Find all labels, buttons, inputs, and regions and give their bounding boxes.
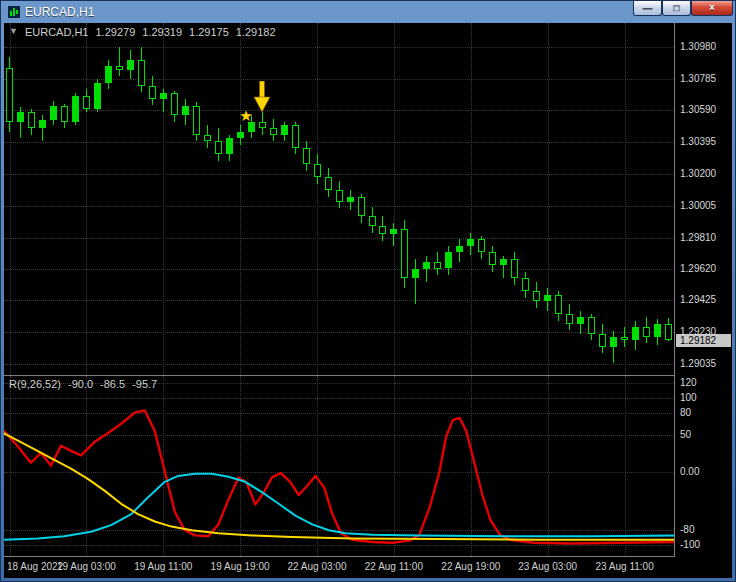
minimize-button[interactable]: — <box>633 1 662 16</box>
ohlc-close: 1.29182 <box>236 26 276 38</box>
grid-line-vertical <box>394 23 395 375</box>
grid-line-vertical <box>548 23 549 375</box>
buy-signal-arrow-icon <box>253 81 271 113</box>
indicator-value-2: -86.5 <box>100 378 125 390</box>
candle <box>127 60 134 70</box>
candle <box>401 229 408 278</box>
indicator-line-red <box>4 411 674 544</box>
candle <box>83 96 90 109</box>
candle-wick <box>119 47 120 76</box>
grid-line-vertical <box>471 23 472 375</box>
price-axis-label: 1.30005 <box>680 200 716 211</box>
candle <box>610 337 617 347</box>
candle <box>478 239 485 252</box>
time-axis-label: 18 Aug 2022 <box>7 561 63 572</box>
candle <box>171 93 178 116</box>
indicator-value-3: -95.7 <box>132 378 157 390</box>
price-axis-label: 1.29810 <box>680 232 716 243</box>
indicator-axis-label: 0.00 <box>680 466 699 477</box>
price-axis-label: 1.30785 <box>680 73 716 84</box>
grid-line-horizontal <box>4 142 674 143</box>
candle <box>281 125 288 135</box>
indicator-header: R(9,26,52) -90.0 -86.5 -95.7 <box>9 378 157 390</box>
grid-line-horizontal <box>4 269 674 270</box>
candle <box>336 190 343 201</box>
candle <box>292 125 299 148</box>
candle <box>204 135 211 142</box>
indicator-axis-label: -100 <box>680 539 700 550</box>
chart-symbol-timeframe: EURCAD,H1 <box>25 26 89 38</box>
window-titlebar[interactable]: EURCAD,H1 — □ × <box>1 1 735 22</box>
candle <box>149 86 156 99</box>
grid-line-horizontal <box>4 300 674 301</box>
candle <box>160 93 167 100</box>
time-axis-label: 19 Aug 11:00 <box>134 561 192 572</box>
candle <box>390 229 397 234</box>
candle <box>456 246 463 253</box>
candle <box>522 278 529 291</box>
indicator-axis-label: 50 <box>680 429 691 440</box>
candle <box>643 327 650 337</box>
price-axis-label: 1.30590 <box>680 104 716 115</box>
indicator-axis-label: 80 <box>680 407 691 418</box>
time-axis[interactable]: 18 Aug 202219 Aug 03:0019 Aug 11:0019 Au… <box>4 557 732 578</box>
price-axis-label: 1.29620 <box>680 263 716 274</box>
indicator-axis-label: -80 <box>680 524 694 535</box>
candle <box>358 197 365 217</box>
ohlc-open: 1.29279 <box>96 26 136 38</box>
candle <box>6 68 13 122</box>
grid-line-vertical <box>86 23 87 375</box>
grid-line-horizontal <box>4 110 674 111</box>
candle <box>72 96 79 122</box>
candle <box>303 148 310 164</box>
candle <box>533 291 540 301</box>
ohlc-low: 1.29175 <box>189 26 229 38</box>
main-price-pane[interactable]: ▼ EURCAD,H1 1.29279 1.29319 1.29175 1.29… <box>4 23 674 375</box>
indicator-axis-label: 120 <box>680 377 697 388</box>
time-axis-label: 23 Aug 11:00 <box>595 561 653 572</box>
app-icon <box>8 6 20 18</box>
grid-line-vertical <box>317 23 318 375</box>
price-axis-label: 1.30395 <box>680 136 716 147</box>
candle <box>445 252 452 268</box>
indicator-value-1: -90.0 <box>68 378 93 390</box>
candle <box>369 216 376 226</box>
candle <box>544 295 551 302</box>
mt4-chart-window: EURCAD,H1 — □ × ▼ EURCAD,H1 1.29279 1.29… <box>0 0 736 582</box>
time-axis-label: 23 Aug 03:00 <box>518 561 577 572</box>
grid-line-horizontal <box>4 174 674 175</box>
grid-line-vertical <box>163 23 164 375</box>
candle <box>259 122 266 129</box>
price-axis[interactable]: 1.29182 1.309801.307851.305901.303951.30… <box>674 23 732 557</box>
chart-menu-arrow-icon[interactable]: ▼ <box>9 26 18 38</box>
candle <box>215 141 222 154</box>
candle <box>654 324 661 337</box>
candle <box>17 112 24 122</box>
candle <box>577 317 584 324</box>
price-axis-label: 1.29230 <box>680 326 716 337</box>
ohlc-high: 1.29319 <box>142 26 182 38</box>
grid-line-horizontal <box>4 47 674 48</box>
candle <box>467 239 474 246</box>
candle <box>665 324 672 340</box>
candle <box>94 83 101 109</box>
price-axis-label: 1.30200 <box>680 168 716 179</box>
candle <box>138 60 145 86</box>
indicator-line-yellow <box>4 433 674 540</box>
time-axis-label: 22 Aug 19:00 <box>441 561 500 572</box>
candle-wick <box>426 256 427 282</box>
restore-button[interactable]: □ <box>662 1 691 16</box>
candle <box>434 262 441 269</box>
time-axis-label: 22 Aug 03:00 <box>288 561 347 572</box>
grid-line-horizontal <box>4 364 674 365</box>
candle-wick <box>415 259 416 305</box>
candle <box>325 177 332 190</box>
candle <box>566 314 573 324</box>
candle-wick <box>613 331 614 364</box>
indicator-pane[interactable]: R(9,26,52) -90.0 -86.5 -95.7 <box>4 376 674 556</box>
candle-wick <box>393 223 394 246</box>
candle <box>379 226 386 234</box>
candle <box>226 138 233 154</box>
close-button[interactable]: × <box>691 1 733 16</box>
window-controls: — □ × <box>633 1 733 22</box>
